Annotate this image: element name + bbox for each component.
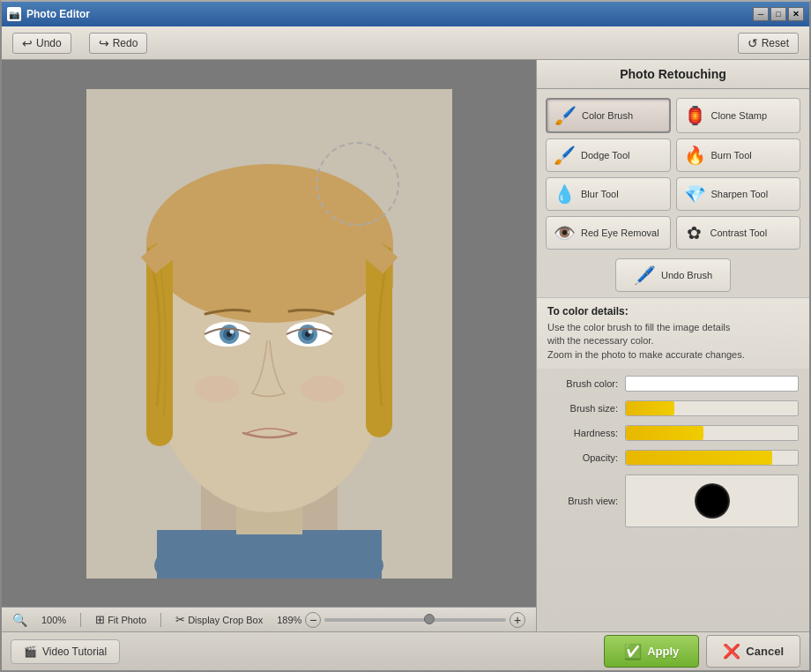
undo-brush-button[interactable]: 🖊️ Undo Brush: [615, 258, 731, 292]
clone-stamp-button[interactable]: 🏮 Clone Stamp: [676, 98, 801, 133]
opacity-label: Opacity:: [547, 452, 618, 463]
cancel-label: Cancel: [746, 645, 784, 658]
zoom-slider[interactable]: [324, 618, 506, 622]
fit-photo-button[interactable]: ⊞ Fit Photo: [95, 613, 146, 626]
zoom-minus-button[interactable]: −: [305, 612, 321, 628]
undo-brush-label: Undo Brush: [661, 270, 712, 280]
color-brush-icon: 🖌️: [554, 105, 577, 126]
redo-button[interactable]: ↪ Redo: [89, 33, 148, 54]
color-brush-button[interactable]: 🖌️ Color Brush: [546, 98, 671, 133]
sharpen-icon: 💎: [684, 183, 706, 205]
apply-button[interactable]: ✅ Apply: [604, 635, 699, 668]
display-crop-button[interactable]: ✂ Display Crop Box: [175, 613, 263, 626]
sharpen-tool-button[interactable]: 💎 Sharpen Tool: [676, 177, 801, 211]
red-eye-button[interactable]: 👁️ Red Eye Removal: [546, 216, 671, 250]
info-title: To color details:: [547, 305, 799, 317]
svg-point-21: [301, 376, 345, 402]
brush-size-fill: [626, 401, 674, 415]
title-bar: 📷 Photo Editor ─ □ ✕: [2, 2, 809, 26]
brush-view-label: Brush view:: [547, 496, 618, 506]
reset-icon: ↺: [748, 36, 758, 50]
undo-brush-row: 🖊️ Undo Brush: [537, 258, 809, 297]
contrast-tool-button[interactable]: ✿ Contrast Tool: [676, 216, 801, 250]
info-section: To color details: Use the color brush to…: [537, 297, 809, 369]
svg-point-19: [308, 329, 312, 333]
dodge-label: Dodge Tool: [581, 150, 629, 161]
crop-icon: ✂: [175, 613, 185, 626]
apply-check-icon: ✅: [624, 643, 642, 660]
zoom-plus-button[interactable]: +: [510, 612, 525, 628]
zoom-level-label: 189%: [277, 615, 301, 625]
right-panel: Photo Retouching 🖌️ Color Brush 🏮 Clone …: [536, 60, 809, 631]
blur-tool-button[interactable]: 💧 Blur Tool: [546, 177, 671, 211]
panel-title: Photo Retouching: [537, 60, 809, 89]
display-crop-label: Display Crop Box: [188, 615, 263, 625]
divider2: [160, 613, 161, 627]
info-text: Use the color brush to fill the image de…: [547, 321, 799, 362]
window-controls: ─ □ ✕: [753, 7, 804, 21]
contrast-label: Contrast Tool: [711, 228, 768, 238]
undo-label: Undo: [36, 37, 62, 49]
contrast-icon: ✿: [684, 222, 705, 243]
burn-icon: 🔥: [684, 145, 706, 166]
fit-photo-label: Fit Photo: [108, 615, 146, 625]
hardness-label: Hardness:: [547, 428, 618, 438]
hardness-fill: [626, 426, 703, 440]
brush-size-label: Brush size:: [547, 403, 618, 414]
hardness-row: Hardness:: [547, 425, 799, 441]
toolbar: ↩ Undo ↪ Redo ↺ Reset: [2, 26, 809, 60]
maximize-button[interactable]: □: [770, 7, 786, 21]
hardness-slider[interactable]: [625, 425, 799, 441]
zoom-slider-area: 189% − +: [277, 612, 525, 628]
apply-label: Apply: [647, 645, 679, 658]
brush-view-row: Brush view:: [547, 474, 799, 527]
blur-label: Blur Tool: [581, 189, 619, 199]
red-eye-icon: 👁️: [554, 222, 576, 243]
opacity-slider[interactable]: [625, 450, 799, 466]
undo-icon: ↩: [22, 36, 33, 50]
redo-icon: ↪: [99, 36, 109, 50]
photo-image: [86, 89, 452, 579]
brush-color-fill: [626, 377, 798, 391]
cancel-button[interactable]: ❌ Cancel: [706, 635, 800, 668]
svg-rect-3: [157, 530, 382, 579]
canvas-inner[interactable]: [2, 60, 536, 607]
color-brush-label: Color Brush: [582, 110, 633, 121]
brush-size-slider[interactable]: [625, 400, 799, 416]
face-svg: [86, 89, 452, 579]
sharpen-label: Sharpen Tool: [711, 189, 769, 199]
video-label: Video Tutorial: [42, 646, 107, 658]
opacity-fill: [626, 451, 772, 465]
minimize-button[interactable]: ─: [753, 7, 769, 21]
blur-icon: 💧: [554, 183, 576, 205]
action-buttons: ✅ Apply ❌ Cancel: [604, 635, 800, 668]
brush-view-preview: [625, 474, 799, 527]
zoom-icon: 🔍: [12, 613, 27, 627]
fit-photo-icon: ⊞: [95, 613, 105, 626]
photo-container: [86, 89, 452, 579]
main-window: 📷 Photo Editor ─ □ ✕ ↩ Undo ↪ Redo ↺ Res…: [0, 0, 811, 672]
svg-point-20: [195, 376, 239, 402]
brush-size-row: Brush size:: [547, 400, 799, 416]
canvas-area: 🔍 100% ⊞ Fit Photo ✂ Display Crop Box 18…: [2, 60, 536, 631]
tools-grid: 🖌️ Color Brush 🏮 Clone Stamp 🖌️ Dodge To…: [537, 89, 809, 258]
dodge-icon: 🖌️: [554, 145, 576, 166]
opacity-row: Opacity:: [547, 450, 799, 466]
cancel-x-icon: ❌: [723, 643, 740, 660]
zoom-percent: 100%: [41, 615, 66, 625]
burn-tool-button[interactable]: 🔥 Burn Tool: [676, 138, 801, 172]
burn-label: Burn Tool: [711, 150, 752, 161]
controls-section: Brush color: Brush size: Hardness:: [537, 369, 809, 631]
dodge-tool-button[interactable]: 🖌️ Dodge Tool: [546, 138, 671, 172]
svg-point-14: [229, 329, 234, 333]
undo-button[interactable]: ↩ Undo: [12, 33, 71, 54]
red-eye-label: Red Eye Removal: [581, 228, 659, 238]
zoom-thumb: [424, 614, 435, 624]
divider: [80, 613, 81, 627]
reset-button[interactable]: ↺ Reset: [738, 33, 799, 54]
window-title: Photo Editor: [26, 8, 90, 20]
status-bar: 🔍 100% ⊞ Fit Photo ✂ Display Crop Box 18…: [2, 607, 536, 631]
brush-color-slider[interactable]: [625, 376, 799, 392]
video-tutorial-button[interactable]: 🎬 Video Tutorial: [11, 639, 120, 664]
close-button[interactable]: ✕: [788, 7, 804, 21]
